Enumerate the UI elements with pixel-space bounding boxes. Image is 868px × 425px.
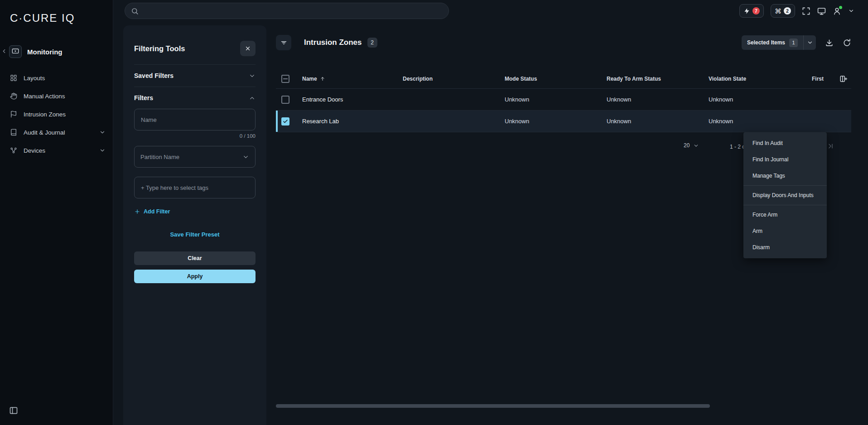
sidebar-item-label: Intrusion Zones: [24, 111, 66, 118]
chevron-down-icon: [848, 8, 854, 14]
online-status-dot: [839, 6, 842, 9]
export-button[interactable]: [825, 39, 834, 47]
add-filter-label: Add Filter: [144, 208, 170, 215]
table-header: Name Description Mode Status Ready To Ar…: [276, 69, 851, 89]
column-header-description[interactable]: Description: [395, 76, 497, 82]
tags-filter-input[interactable]: [134, 177, 256, 198]
search-icon: [131, 7, 139, 15]
cell-mode-status: Unknown: [497, 96, 599, 103]
user-menu-button[interactable]: [833, 7, 841, 15]
refresh-button[interactable]: [843, 39, 851, 47]
user-menu-chevron[interactable]: [848, 8, 854, 14]
refresh-icon: [843, 39, 851, 47]
menu-item-find-in-journal[interactable]: Find In Journal: [743, 151, 827, 168]
column-header-violation-state[interactable]: Violation State: [701, 76, 805, 82]
row-checkbox[interactable]: [281, 96, 289, 104]
chevron-down-icon: [99, 129, 106, 135]
saved-filters-label: Saved Filters: [134, 72, 174, 79]
shortcuts-button[interactable]: ⌘ 2: [771, 4, 795, 18]
close-panel-button[interactable]: [240, 41, 256, 56]
toggle-filter-panel-button[interactable]: [276, 35, 291, 50]
menu-item-arm[interactable]: Arm: [743, 223, 827, 239]
collapse-sidebar-icon[interactable]: [1, 48, 7, 56]
search-input[interactable]: [143, 8, 443, 14]
sidebar-item-label: Audit & Journal: [24, 129, 65, 136]
sidebar-item-layouts[interactable]: Layouts: [0, 69, 113, 87]
page-size-select[interactable]: 20: [684, 142, 699, 149]
flag-icon: [10, 111, 17, 118]
name-filter-input[interactable]: [134, 109, 256, 130]
table-row-entrance-doors[interactable]: Entrance Doors Unknown Unknown Unknown: [276, 89, 851, 111]
global-search[interactable]: [125, 3, 449, 19]
partition-placeholder: Partition Name: [140, 154, 179, 160]
table-row-research-lab[interactable]: Research Lab Unknown Unknown Unknown: [276, 111, 851, 132]
section-label: Monitoring: [27, 48, 62, 56]
collapse-panel-button[interactable]: [9, 406, 18, 417]
topbar: 7 ⌘ 2: [113, 0, 868, 22]
divider: [743, 185, 827, 186]
row-checkbox[interactable]: [281, 117, 289, 126]
close-icon: [245, 45, 251, 52]
add-filter-button[interactable]: Add Filter: [134, 208, 170, 215]
cell-name: Research Lab: [295, 118, 395, 125]
alerts-badge: 7: [752, 7, 760, 14]
shortcuts-badge: 2: [784, 7, 791, 14]
apply-button[interactable]: Apply: [134, 270, 256, 283]
sidebar-item-devices[interactable]: Devices: [0, 141, 113, 159]
chevron-down-icon: [693, 143, 699, 149]
partition-name-select[interactable]: Partition Name: [134, 146, 256, 168]
clear-button[interactable]: Clear: [134, 251, 256, 265]
sidebar-item-audit-journal[interactable]: Audit & Journal: [0, 123, 113, 141]
command-icon: ⌘: [775, 8, 781, 14]
cell-mode-status: Unknown: [497, 118, 599, 125]
chevron-up-icon: [249, 95, 256, 101]
name-counter: 0 / 100: [134, 133, 256, 139]
panel-title: Filtering Tools: [134, 44, 185, 53]
sidebar-section-monitoring[interactable]: Monitoring: [0, 42, 113, 62]
selected-items-button[interactable]: Selected Items 1: [742, 35, 816, 50]
fullscreen-button[interactable]: [802, 7, 810, 15]
cell-violation-state: Unknown: [701, 118, 805, 125]
fullscreen-icon: [802, 7, 810, 15]
filters-label: Filters: [134, 94, 153, 101]
menu-item-force-arm[interactable]: Force Arm: [743, 207, 827, 223]
saved-filters-section[interactable]: Saved Filters: [134, 65, 256, 87]
selected-items-chevron[interactable]: [803, 35, 816, 50]
page-size-value: 20: [684, 142, 690, 149]
sidebar-item-label: Devices: [24, 147, 45, 154]
filters-section[interactable]: Filters: [134, 87, 256, 109]
chevron-down-icon: [99, 147, 106, 154]
sidebar-item-intrusion-zones[interactable]: Intrusion Zones: [0, 105, 113, 123]
lightning-icon: [743, 8, 750, 14]
select-all-checkbox[interactable]: [281, 75, 289, 83]
chevron-down-icon: [807, 39, 813, 46]
sidebar-item-manual-actions[interactable]: Manual Actions: [0, 87, 113, 105]
horizontal-scrollbar[interactable]: [276, 404, 710, 408]
menu-item-disarm[interactable]: Disarm: [743, 239, 827, 256]
grid-icon: [10, 74, 17, 82]
add-column-button[interactable]: [839, 75, 848, 85]
devices-icon: [10, 147, 17, 154]
monitoring-icon: [9, 45, 22, 58]
save-filter-preset-link[interactable]: Save Filter Preset: [134, 231, 256, 238]
chevron-down-icon: [249, 72, 256, 79]
menu-item-find-in-audit[interactable]: Find In Audit: [743, 135, 827, 151]
column-header-ready-to-arm[interactable]: Ready To Arm Status: [599, 76, 701, 82]
cell-ready-to-arm: Unknown: [599, 96, 701, 103]
app-logo: C·CURE IQ: [0, 0, 113, 24]
column-header-mode-status[interactable]: Mode Status: [497, 76, 599, 82]
menu-item-manage-tags[interactable]: Manage Tags: [743, 168, 827, 184]
add-column-icon: [839, 75, 848, 83]
funnel-icon: [280, 39, 288, 47]
menu-item-display-doors-inputs[interactable]: Display Doors And Inputs: [743, 187, 827, 203]
chevron-down-icon: [242, 154, 249, 160]
alerts-button[interactable]: 7: [739, 4, 764, 18]
display-button[interactable]: [817, 7, 826, 15]
column-header-name[interactable]: Name: [295, 76, 395, 82]
hand-icon: [10, 92, 17, 100]
check-icon: [283, 119, 288, 124]
sidebar: C·CURE IQ Monitoring Layouts Manual Acti…: [0, 0, 113, 425]
last-page-button[interactable]: [827, 142, 834, 150]
row-context-menu: Find In Audit Find In Journal Manage Tag…: [743, 132, 827, 258]
cell-name: Entrance Doors: [295, 96, 395, 103]
